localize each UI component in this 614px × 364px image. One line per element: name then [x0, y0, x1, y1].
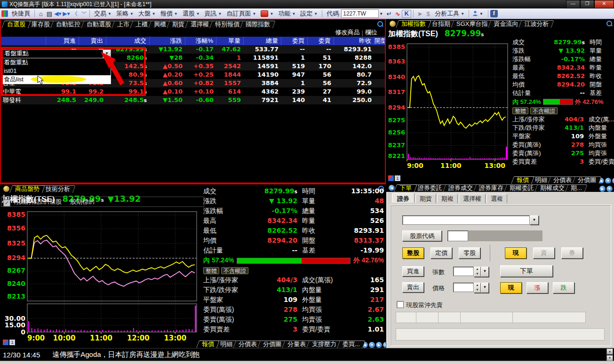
total-button[interactable]: 整體 — [203, 267, 219, 274]
menu-item[interactable]: 交易▼ — [92, 9, 114, 18]
watchlist-group-combobox[interactable]: 看盤重點 ▼ — [2, 49, 111, 58]
tab-item[interactable]: 自選股 — [3, 21, 30, 28]
symbol-combobox[interactable]: ▼ — [402, 215, 539, 225]
tab-item[interactable]: 加權指數 — [397, 20, 430, 28]
tab-item[interactable]: 證券成交 — [444, 184, 477, 192]
tab-item[interactable]: 自動監控 — [52, 21, 85, 28]
price-cond-button[interactable]: 現 — [500, 282, 522, 293]
tab-item[interactable]: 選擇權 — [186, 21, 213, 28]
home-icon[interactable]: ⌂ — [37, 10, 45, 17]
price-stepper[interactable]: ▲▼ ▼ — [453, 283, 489, 293]
zoom-icon[interactable] — [606, 21, 613, 27]
menu-item[interactable]: 自訂頁面▼ — [224, 9, 259, 18]
menu-item[interactable]: 策略▼ — [114, 9, 136, 18]
tab-item[interactable]: 期... — [566, 184, 586, 192]
chevron-up-icon[interactable]: 《 — [71, 10, 79, 18]
enter-icon[interactable]: ↵ — [385, 10, 393, 17]
view-tab-item[interactable]: 報價 — [198, 340, 218, 348]
tab-item[interactable]: 下單 — [395, 184, 416, 192]
panel-menu-icon[interactable] — [390, 21, 396, 27]
stock-code-input[interactable] — [447, 230, 468, 241]
tab-item[interactable]: 台指期 — [428, 20, 455, 28]
layout-grid-icon[interactable] — [1, 10, 8, 17]
menu-item[interactable]: 設定▼ — [298, 9, 320, 18]
column-header[interactable]: 買進 — [46, 37, 79, 45]
trade-type-button[interactable]: 券 — [561, 247, 583, 259]
column-header[interactable]: 開盤 — [375, 37, 385, 45]
analysis-tools-menu[interactable]: 分析工具▼ — [432, 9, 467, 18]
nav-pages-icon[interactable]: ▣ — [383, 342, 386, 348]
tab-item[interactable]: 證券委託 — [414, 184, 447, 192]
modify-symbol-button[interactable]: 修改商品 — [335, 28, 360, 37]
minimize-button[interactable]: — — [566, 0, 580, 8]
stock-code-button[interactable]: 股票代碼 — [402, 230, 442, 241]
column-header[interactable]: 昨收 — [334, 37, 375, 45]
combo-arrow-icon[interactable]: ▼ — [530, 215, 539, 225]
dollar-tool-icon[interactable]: $ — [424, 10, 432, 17]
view-tab-item[interactable]: 分量表 — [283, 340, 310, 348]
trade-type-button[interactable]: 現 — [505, 247, 526, 259]
lot-type-button[interactable]: 整股 — [402, 247, 424, 259]
quick-page-button[interactable]: 快捷頁 — [9, 9, 32, 18]
column-header[interactable]: 委買 — [281, 37, 308, 45]
chart-page1-icon[interactable]: 1 — [395, 175, 400, 181]
trend-chart-icon[interactable]: ∿ — [393, 10, 402, 17]
menu-custom-icon[interactable]: ▼ — [258, 9, 276, 18]
order-subtab[interactable]: 選擇權 — [459, 194, 486, 203]
tab-item[interactable]: 技術分析 — [41, 185, 74, 193]
menu-item[interactable]: 資訊▼ — [202, 9, 224, 18]
column-header[interactable]: 單量 — [216, 37, 244, 45]
price-dropdown-icon[interactable]: ▼ — [481, 283, 489, 293]
tab-item[interactable]: 證券庫存 — [475, 184, 508, 192]
column-header[interactable] — [1, 37, 46, 45]
order-subtab[interactable]: 選複 — [486, 194, 507, 203]
tab-item[interactable]: 江波分析 — [520, 20, 553, 28]
quantity-stepper[interactable]: ▲▼ ▼ — [453, 267, 489, 277]
nav-down-icon[interactable]: ▼ — [369, 342, 375, 348]
tab-item[interactable]: 期權成交 — [536, 184, 569, 192]
close-button[interactable]: ✕ — [594, 0, 614, 8]
view-tab-item[interactable]: 委買... — [338, 340, 364, 348]
column-header[interactable]: 漲跌 — [150, 37, 185, 45]
total-button[interactable]: 整體 — [512, 107, 528, 114]
stock-futures-label[interactable]: 股期標的 — [70, 198, 95, 206]
quantity-dropdown-icon[interactable]: ▼ — [481, 267, 489, 277]
forward-icon[interactable]: ▶▾ — [62, 10, 71, 17]
view-tab-item[interactable]: 分價圖 — [259, 340, 286, 348]
user-icon[interactable] — [471, 10, 479, 18]
menu-item[interactable]: 選股▼ — [180, 9, 202, 18]
chevron-down-icon[interactable]: 》 — [80, 9, 88, 18]
column-settings-button[interactable]: 欄位 — [365, 28, 377, 37]
daytrade-checkbox[interactable] — [397, 301, 404, 308]
ticker-up-icon[interactable]: ▲ — [606, 348, 613, 355]
buy-button[interactable]: 買進 — [402, 266, 424, 277]
list-item[interactable]: 食品list — [2, 75, 111, 84]
list-item[interactable]: ist01 — [2, 67, 111, 75]
menu-item[interactable]: 報價▼ — [158, 9, 180, 18]
maximize-button[interactable]: ❐ — [580, 0, 594, 8]
column-header[interactable]: 總量 — [244, 37, 281, 45]
price-cond-button[interactable]: 跌 — [553, 282, 574, 293]
column-header[interactable]: 漲幅% — [185, 37, 216, 45]
table-row[interactable]: 中華電99.199.299.1s▲0.10+0.1061443622392799… — [1, 87, 385, 96]
tab-menu-icon[interactable]: ▼ — [606, 186, 613, 192]
column-header[interactable]: 成交 — [106, 37, 150, 45]
view-tab-item[interactable]: 分價表 — [234, 340, 261, 348]
warrants-checkbox[interactable]: ✓ — [3, 199, 10, 206]
trade-type-button[interactable]: 資 — [533, 247, 555, 259]
chart-style-icon[interactable] — [3, 340, 8, 345]
sell-button[interactable]: 賣出 — [402, 282, 424, 293]
document-icon[interactable]: ▤ — [45, 10, 54, 17]
tab-scroll-right-icon[interactable]: ▶ — [599, 186, 606, 192]
table-row[interactable]: 聯發科248.5249.0248.5s▼1.50-0.6055979211404… — [1, 96, 385, 104]
tab-item[interactable]: 特別報價 — [211, 21, 244, 28]
cursor-tool-icon[interactable]: ➤ — [415, 10, 424, 17]
back-icon[interactable]: ◀▾ — [54, 10, 62, 17]
view-tab-item[interactable]: 分價表 — [549, 176, 576, 184]
facebook-icon[interactable]: f — [490, 10, 498, 17]
code-input[interactable]: 1227.TW — [341, 9, 379, 18]
column-header[interactable]: 賣出 — [79, 37, 106, 45]
view-tab-item[interactable]: 報價 — [512, 176, 533, 184]
chart-page1-icon[interactable]: 1 — [9, 340, 15, 345]
order-subtab[interactable]: 證券 — [392, 193, 415, 203]
